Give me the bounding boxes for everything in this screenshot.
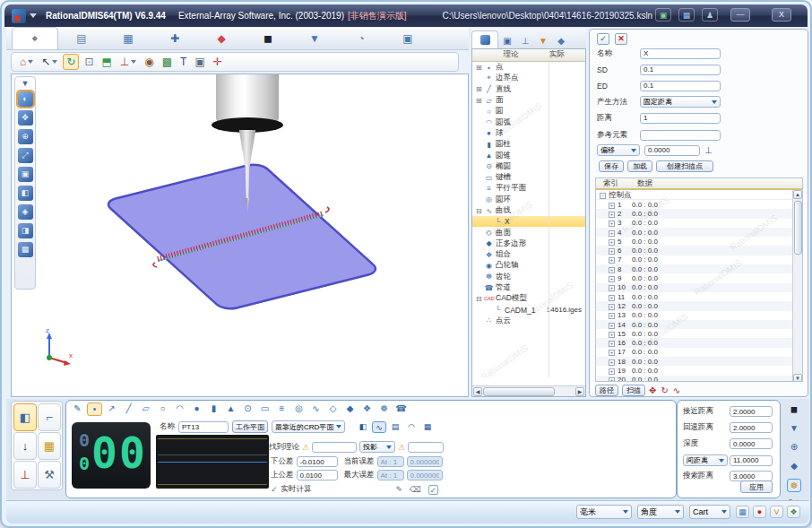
tab-small-mask[interactable]: ▼ — [534, 36, 552, 48]
close-button[interactable]: X — [772, 8, 791, 22]
table-row[interactable]: +90.0 : 0.0 — [596, 273, 802, 282]
tree-item-点云[interactable]: ∴点云 — [472, 316, 585, 326]
load-button[interactable]: 加载 — [627, 160, 652, 172]
tree-item-CADM_1[interactable]: └CADM_114616.iges — [472, 305, 585, 316]
axes-mode-button[interactable]: ⊥ — [13, 461, 37, 489]
table-row[interactable]: +40.0 : 0.0 — [596, 228, 802, 237]
capture-icon[interactable]: ▣ — [655, 8, 671, 22]
tab-device[interactable]: ▣ — [384, 27, 431, 49]
perpendicular-icon[interactable]: ⊥ — [704, 145, 713, 155]
view-mode-pan-button[interactable]: ✥ — [18, 110, 33, 126]
expand-icon[interactable]: + — [609, 239, 615, 246]
apply-button[interactable]: 应用 — [740, 480, 773, 493]
tree-item-球[interactable]: ●球 — [472, 128, 585, 139]
cylinder-icon[interactable]: ▮ — [206, 402, 221, 416]
select-cursor-button-caret[interactable] — [52, 60, 57, 64]
tree-item-CAD模型[interactable]: ⊟CADCAD模型 — [472, 293, 585, 304]
table-row[interactable]: +110.0 : 0.0 — [596, 292, 802, 301]
param-input-间距离[interactable] — [730, 455, 773, 466]
table-row[interactable]: +190.0 : 0.0 — [596, 366, 802, 375]
table-vscrollbar[interactable]: ▲ ▼ — [792, 190, 802, 382]
probe-position-button[interactable]: ✛ — [211, 54, 225, 70]
rack-mode-button[interactable]: ▦ — [38, 432, 61, 460]
gear-icon[interactable]: ☸ — [376, 402, 392, 416]
tree-item-正多边形[interactable]: ◆正多边形 — [472, 238, 585, 249]
tree-item-边界点[interactable]: ⌖边界点 — [472, 73, 585, 83]
tab-small-probe[interactable]: ⊥ — [516, 36, 534, 48]
expand-icon[interactable]: + — [609, 212, 615, 218]
scroll-thumb[interactable] — [794, 201, 802, 255]
expand-icon[interactable]: + — [609, 276, 615, 282]
gear-settings-icon[interactable]: ☸ — [787, 479, 801, 492]
probe-mode-button[interactable]: ↓ — [13, 432, 37, 460]
lower-tolerance-input[interactable] — [297, 456, 338, 467]
sphere-icon[interactable]: ● — [189, 402, 204, 416]
smooth-curve-icon[interactable]: ∿ — [673, 385, 680, 395]
save-button[interactable]: 保存 — [599, 160, 624, 172]
table-row[interactable]: +80.0 : 0.0 — [596, 264, 802, 273]
view-mode-rotate-button[interactable]: ◐ — [18, 91, 33, 107]
apply-check-button[interactable]: ✓ — [597, 33, 609, 45]
expand-icon[interactable]: + — [609, 248, 615, 255]
graph-view-icon[interactable]: ∿ — [372, 421, 386, 433]
tree-item-椭圆[interactable]: ⊙椭圆 — [472, 161, 585, 172]
remote-desktop-icon[interactable]: ♟ — [702, 8, 718, 22]
tab-program[interactable]: ▤ — [58, 27, 105, 49]
create-scan-points-button[interactable]: 创建扫描点 — [656, 160, 713, 172]
tree-expand-toggle[interactable]: ⊟ — [476, 295, 484, 303]
offset-value-input[interactable] — [644, 145, 700, 156]
table-row[interactable]: +170.0 : 0.0 — [596, 348, 802, 357]
expand-icon[interactable]: + — [609, 350, 615, 356]
stylus-pen-icon[interactable]: ✎ — [70, 402, 85, 416]
rotate-view-button[interactable]: ↻ — [63, 54, 79, 70]
circle-icon[interactable]: ○ — [155, 402, 170, 416]
tree-item-曲线[interactable]: ⊟∿曲线 — [472, 205, 585, 216]
expand-icon[interactable]: + — [609, 267, 615, 273]
move-points-icon[interactable]: ✥ — [649, 385, 656, 395]
tree-item-面[interactable]: ⊞▱面 — [472, 95, 585, 106]
expand-icon[interactable]: + — [609, 203, 615, 209]
table-row[interactable]: +140.0 : 0.0 — [596, 320, 802, 329]
expand-icon[interactable]: + — [609, 323, 615, 329]
table-row[interactable]: +10.0 : 0.0 — [596, 200, 802, 209]
offset-select[interactable]: 偏移 — [597, 144, 640, 156]
shield-tool-icon[interactable]: ▼ — [787, 422, 801, 435]
select-cursor-button[interactable]: ↖ — [39, 54, 60, 70]
home-view-button-caret[interactable] — [28, 60, 33, 64]
view-front-button[interactable]: ▣ — [18, 167, 33, 182]
scan-button[interactable]: 扫描 — [622, 385, 645, 396]
app-menu-caret-icon[interactable] — [30, 13, 37, 18]
ellipse-icon[interactable]: ⊙ — [240, 402, 255, 416]
render-palette-button[interactable]: ▩ — [160, 54, 175, 70]
expand-icon[interactable]: + — [609, 359, 615, 366]
tree-item-凸轮轴[interactable]: ◉凸轮轴 — [472, 260, 585, 271]
tree-expand-toggle[interactable]: ⊞ — [476, 64, 484, 72]
torus-icon[interactable]: ◎ — [291, 402, 307, 416]
tree-expand-toggle[interactable]: ⊟ — [476, 207, 484, 215]
rotate-points-icon[interactable]: ↻ — [661, 385, 668, 395]
table-row[interactable]: +180.0 : 0.0 — [596, 357, 802, 366]
tree-item-曲面[interactable]: ◇曲面 — [472, 227, 585, 238]
view-left-button[interactable]: ◨ — [18, 223, 33, 238]
expand-icon[interactable]: + — [609, 285, 615, 291]
expand-icon[interactable]: + — [609, 221, 615, 227]
table-row[interactable]: +150.0 : 0.0 — [596, 329, 802, 338]
coord-system-select[interactable]: Cart — [689, 505, 730, 519]
upper-tolerance-input[interactable] — [297, 470, 338, 480]
arc-view-icon[interactable]: ◠ — [404, 421, 419, 433]
angle-select[interactable]: 角度 — [637, 505, 684, 519]
import-cad-button[interactable]: ⬒ — [99, 54, 114, 70]
fixture-mode-button[interactable]: ⌐ — [38, 403, 61, 431]
minimize-button[interactable]: — — [730, 8, 750, 22]
expand-icon[interactable]: + — [609, 332, 615, 338]
scroll-up-arrow[interactable]: ▲ — [793, 190, 802, 199]
viewport-3d[interactable]: z x ▼ ◐✥⊕⤢▣◧◈◨▦ — [11, 74, 469, 397]
table-row[interactable]: +100.0 : 0.0 — [596, 283, 802, 292]
fit-method-select[interactable]: 最靠近的CRD平面 — [272, 420, 345, 433]
table-row[interactable]: +70.0 : 0.0 — [596, 255, 802, 264]
view-back-button[interactable]: ▦ — [18, 242, 33, 257]
param-input-回退距离[interactable] — [730, 422, 773, 433]
plane-icon[interactable]: ▱ — [138, 402, 153, 416]
scroll-right-arrow[interactable]: ▶ — [575, 387, 584, 396]
param-input-深度[interactable] — [730, 438, 773, 449]
